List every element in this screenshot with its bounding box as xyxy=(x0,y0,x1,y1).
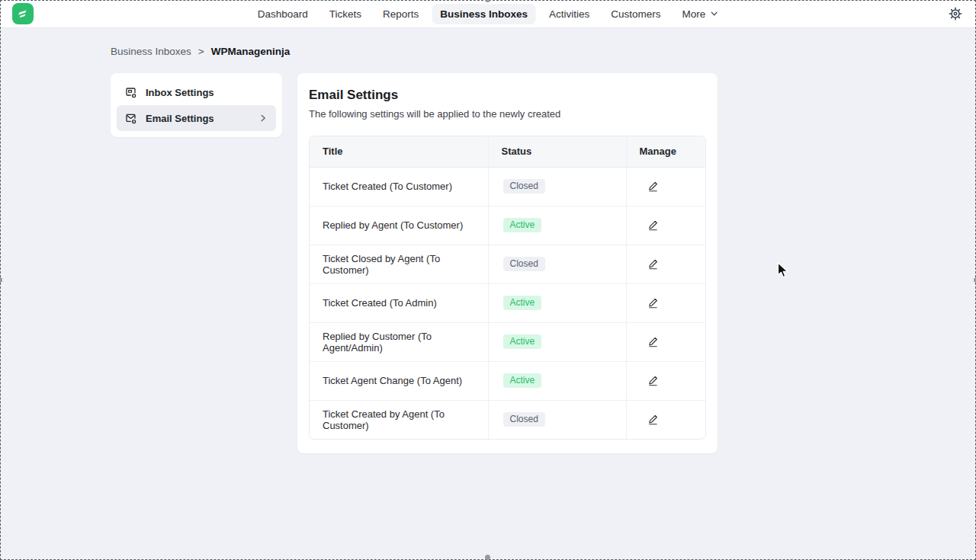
nav-item-activities[interactable]: Activities xyxy=(541,4,598,24)
breadcrumb: Business Inboxes > WPManageninja xyxy=(111,46,976,57)
pencil-icon xyxy=(647,181,659,192)
nav-item-label: More xyxy=(682,8,706,20)
settings-layout: Inbox Settings Email Settings xyxy=(111,73,976,453)
top-navbar: DashboardTicketsReportsBusiness InboxesA… xyxy=(0,0,976,28)
row-title: Replied by Agent (To Customer) xyxy=(323,219,463,231)
pencil-icon xyxy=(647,258,659,270)
settings-gear-button[interactable] xyxy=(947,5,964,22)
settings-sidebar: Inbox Settings Email Settings xyxy=(111,73,282,137)
edit-pencil-button[interactable] xyxy=(645,217,661,233)
status-badge: Active xyxy=(503,218,542,232)
row-title: Ticket Agent Change (To Agent) xyxy=(323,375,462,386)
row-title: Ticket Created (To Customer) xyxy=(323,181,452,192)
status-badge: Active xyxy=(503,334,542,349)
edit-pencil-button[interactable] xyxy=(645,178,661,194)
table-header-row: Title Status Manage xyxy=(310,136,705,167)
status-badge: Closed xyxy=(503,257,545,271)
table-row: Ticket Created (To Customer) Closed xyxy=(310,167,705,206)
pencil-icon xyxy=(647,219,659,231)
edit-pencil-button[interactable] xyxy=(645,256,661,272)
chevron-right-icon xyxy=(258,113,268,123)
fluent-support-logo-icon xyxy=(17,8,29,20)
status-badge: Closed xyxy=(503,179,545,194)
row-title: Ticket Created (To Admin) xyxy=(323,297,437,309)
capture-handle-bottom[interactable] xyxy=(485,555,490,560)
breadcrumb-current: WPManageninja xyxy=(211,46,291,57)
gear-icon xyxy=(949,7,962,21)
inbox-settings-icon xyxy=(124,86,137,99)
nav-item-reports[interactable]: Reports xyxy=(374,4,427,24)
pencil-icon xyxy=(647,375,659,386)
table-row: Ticket Closed by Agent (To Customer) Clo… xyxy=(310,245,705,283)
edit-pencil-button[interactable] xyxy=(645,411,661,427)
row-title: Ticket Closed by Agent (To Customer) xyxy=(323,253,440,276)
nav-item-more[interactable]: More xyxy=(674,4,727,24)
panel-subtitle: The following settings will be applied t… xyxy=(309,108,706,120)
row-title: Replied by Customer (To Agent/Admin) xyxy=(323,331,432,354)
main-nav: DashboardTicketsReportsBusiness InboxesA… xyxy=(249,4,727,24)
table-row: Replied by Agent (To Customer) Active xyxy=(310,206,705,245)
column-header-title: Title xyxy=(310,136,488,167)
page-content: Business Inboxes > WPManageninja Inbox S… xyxy=(0,28,976,453)
email-settings-table: Title Status Manage Ticket Created (To C… xyxy=(310,136,705,439)
app-logo[interactable] xyxy=(12,3,34,24)
status-badge: Active xyxy=(503,373,542,388)
sidebar-item-email-settings[interactable]: Email Settings xyxy=(117,105,276,131)
email-settings-table-wrap: Title Status Manage Ticket Created (To C… xyxy=(309,136,706,440)
nav-item-business-inboxes[interactable]: Business Inboxes xyxy=(432,4,536,24)
breadcrumb-parent-link[interactable]: Business Inboxes xyxy=(111,46,191,57)
column-header-status: Status xyxy=(488,136,626,167)
table-row: Ticket Created by Agent (To Customer) Cl… xyxy=(310,400,705,439)
navbar-right xyxy=(947,5,964,22)
table-row: Ticket Created (To Admin) Active xyxy=(310,283,705,322)
table-body: Ticket Created (To Customer) Closed Repl… xyxy=(310,167,705,439)
status-badge: Closed xyxy=(503,412,545,427)
email-settings-icon xyxy=(124,112,137,125)
pencil-icon xyxy=(647,297,659,309)
nav-item-label: Dashboard xyxy=(258,8,308,20)
chevron-down-icon xyxy=(709,9,718,18)
nav-item-customers[interactable]: Customers xyxy=(602,4,669,24)
nav-item-label: Customers xyxy=(611,8,660,20)
nav-item-label: Reports xyxy=(383,8,419,20)
sidebar-item-inbox-settings[interactable]: Inbox Settings xyxy=(117,79,276,105)
nav-item-label: Activities xyxy=(549,8,589,20)
edit-pencil-button[interactable] xyxy=(645,334,661,350)
nav-item-dashboard[interactable]: Dashboard xyxy=(249,4,316,24)
table-row: Replied by Customer (To Agent/Admin) Act… xyxy=(310,322,705,361)
pencil-icon xyxy=(647,336,659,347)
edit-pencil-button[interactable] xyxy=(645,373,661,389)
column-header-manage: Manage xyxy=(626,136,705,167)
sidebar-item-label: Email Settings xyxy=(146,113,214,124)
email-settings-panel: Email Settings The following settings wi… xyxy=(297,73,718,453)
nav-item-label: Tickets xyxy=(329,8,361,20)
panel-title: Email Settings xyxy=(309,88,706,103)
nav-item-tickets[interactable]: Tickets xyxy=(321,4,370,24)
row-title: Ticket Created by Agent (To Customer) xyxy=(323,408,445,431)
status-badge: Active xyxy=(503,296,542,310)
edit-pencil-button[interactable] xyxy=(645,295,661,311)
pencil-icon xyxy=(647,414,659,425)
breadcrumb-separator: > xyxy=(198,46,204,57)
nav-item-label: Business Inboxes xyxy=(440,8,528,20)
sidebar-item-label: Inbox Settings xyxy=(146,87,214,98)
table-row: Ticket Agent Change (To Agent) Active xyxy=(310,361,705,400)
